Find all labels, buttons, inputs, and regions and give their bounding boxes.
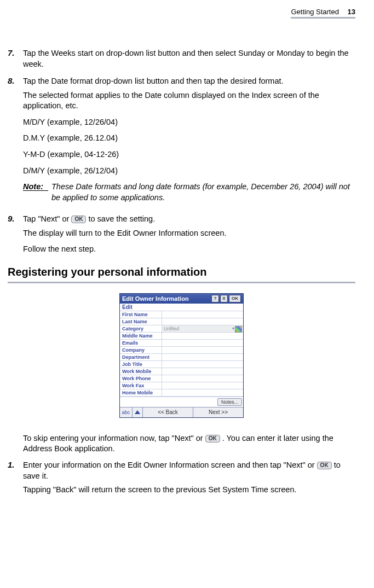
- input-home-mobile[interactable]: [162, 389, 243, 396]
- skip-pre: To skip entering your information now, t…: [23, 434, 205, 443]
- input-emails[interactable]: [162, 340, 243, 346]
- label-work-phone: Work Phone: [120, 375, 162, 382]
- label-middle-name: Middle Name: [120, 333, 162, 339]
- skip-instruction: To skip entering your information now, t…: [8, 433, 355, 455]
- up-arrow-icon[interactable]: [133, 407, 143, 417]
- label-emails: Emails: [120, 340, 162, 346]
- category-dropdown[interactable]: Unfiled ▾: [162, 325, 243, 332]
- step-1-line1: Enter your information on the Edit Owner…: [23, 460, 355, 481]
- step-number: 7.: [8, 48, 23, 73]
- input-first-name[interactable]: [162, 311, 243, 318]
- label-work-fax: Work Fax: [120, 382, 162, 389]
- section-rule: [8, 282, 355, 283]
- input-department[interactable]: [162, 354, 243, 360]
- back-button[interactable]: << Back: [143, 407, 193, 417]
- next-button[interactable]: Next >>: [193, 407, 243, 417]
- notes-button[interactable]: Notes...: [217, 398, 242, 406]
- header-rule: [291, 17, 355, 19]
- step-1: 1. Enter your information on the Edit Ow…: [8, 460, 355, 499]
- step-1-line2: Tapping "Back" will return the screen to…: [23, 485, 355, 496]
- ok-button[interactable]: OK: [229, 295, 241, 302]
- step-number: 8.: [8, 76, 23, 211]
- date-format-dmy-dot: D.M.Y (example, 26.12.04): [23, 133, 355, 144]
- step-9-line2: The display will turn to the Edit Owner …: [23, 228, 355, 239]
- step-7: 7. Tap the Weeks start on drop-down list…: [8, 48, 355, 73]
- chevron-down-icon: ▾: [232, 326, 234, 331]
- input-last-name[interactable]: [162, 318, 243, 325]
- input-work-phone[interactable]: [162, 375, 243, 382]
- label-department: Department: [120, 354, 162, 360]
- date-format-dmy-slash: D/M/Y (example, 26/12/04): [23, 166, 355, 177]
- ok-icon: OK: [317, 462, 332, 469]
- header-section: Getting Started: [291, 8, 338, 16]
- help-icon[interactable]: ?: [211, 295, 219, 302]
- step-9-line3: Follow the next step.: [23, 244, 355, 255]
- step-number: 9.: [8, 214, 23, 258]
- title-bar-text: Edit Owner Information: [122, 295, 211, 302]
- input-work-mobile[interactable]: [162, 368, 243, 375]
- ok-icon: OK: [71, 216, 86, 223]
- step-1-pre: Enter your information on the Edit Owner…: [23, 461, 317, 469]
- step-9-line1: Tap "Next" or OK to save the setting.: [23, 214, 355, 225]
- label-last-name: Last Name: [120, 318, 162, 325]
- note-text: These Date formats and long date formats…: [51, 182, 355, 203]
- label-first-name: First Name: [120, 311, 162, 318]
- date-format-examples: M/D/Y (example, 12/26/04) D.M.Y (example…: [23, 117, 355, 176]
- category-selected: Unfiled: [164, 326, 179, 331]
- label-job-title: Job Title: [120, 361, 162, 368]
- date-format-ymd: Y-M-D (example, 04-12-26): [23, 149, 355, 160]
- abc-indicator[interactable]: abc: [120, 407, 133, 417]
- edit-owner-screenshot: Edit Owner Information ? X OK Edit First…: [119, 293, 244, 418]
- step-9-pre: Tap "Next" or: [23, 214, 71, 223]
- step-8-line2: The selected format applies to the Date …: [23, 90, 355, 112]
- step-8-line1: Tap the Date format drop-down list butto…: [23, 76, 355, 87]
- color-palette-icon[interactable]: [235, 326, 242, 333]
- note-block: Note: These Date formats and long date f…: [23, 182, 355, 203]
- header-page-number: 13: [348, 8, 355, 16]
- page-header: Getting Started 13: [8, 8, 355, 16]
- edit-menu[interactable]: Edit: [120, 304, 243, 311]
- step-9: 9. Tap "Next" or OK to save the setting.…: [8, 214, 355, 258]
- date-format-mdy: M/D/Y (example, 12/26/04): [23, 117, 355, 128]
- label-home-mobile: Home Mobile: [120, 389, 162, 396]
- label-category: Category: [120, 325, 162, 332]
- footer-bar: abc << Back Next >>: [120, 407, 243, 417]
- ok-icon: OK: [205, 435, 220, 443]
- step-number: 1.: [8, 460, 23, 499]
- input-job-title[interactable]: [162, 361, 243, 368]
- input-company[interactable]: [162, 347, 243, 353]
- label-company: Company: [120, 347, 162, 353]
- step-7-text: Tap the Weeks start on drop-down list bu…: [23, 48, 355, 69]
- note-label: Note:: [23, 182, 48, 191]
- section-heading: Registering your personal information: [8, 266, 355, 278]
- step-8: 8. Tap the Date format drop-down list bu…: [8, 76, 355, 211]
- input-work-fax[interactable]: [162, 382, 243, 389]
- step-9-post: to save the setting.: [89, 214, 156, 223]
- input-middle-name[interactable]: [162, 333, 243, 339]
- label-work-mobile: Work Mobile: [120, 368, 162, 375]
- close-icon[interactable]: X: [220, 295, 228, 302]
- title-bar: Edit Owner Information ? X OK: [120, 294, 243, 304]
